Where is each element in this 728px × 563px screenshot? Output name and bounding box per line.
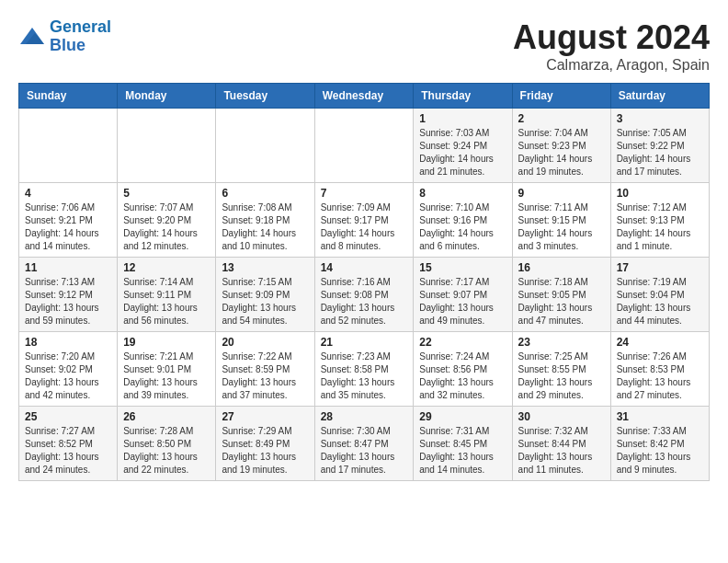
calendar-cell: 21Sunrise: 7:23 AM Sunset: 8:58 PM Dayli… (314, 332, 414, 407)
day-info: Sunrise: 7:10 AM Sunset: 9:16 PM Dayligh… (419, 201, 506, 253)
week-row-3: 11Sunrise: 7:13 AM Sunset: 9:12 PM Dayli… (19, 258, 710, 332)
month-year: August 2024 (513, 18, 710, 57)
calendar-cell: 29Sunrise: 7:31 AM Sunset: 8:45 PM Dayli… (414, 407, 512, 481)
calendar-cell: 24Sunrise: 7:26 AM Sunset: 8:53 PM Dayli… (610, 332, 709, 407)
column-header-saturday: Saturday (610, 84, 709, 109)
calendar-cell: 31Sunrise: 7:33 AM Sunset: 8:42 PM Dayli… (610, 407, 709, 481)
day-number: 17 (617, 261, 703, 274)
day-info: Sunrise: 7:30 AM Sunset: 8:47 PM Dayligh… (321, 425, 408, 477)
day-info: Sunrise: 7:25 AM Sunset: 8:55 PM Dayligh… (518, 350, 605, 402)
column-header-friday: Friday (512, 84, 610, 109)
day-number: 25 (25, 410, 111, 423)
day-info: Sunrise: 7:16 AM Sunset: 9:08 PM Dayligh… (321, 276, 408, 327)
day-info: Sunrise: 7:08 AM Sunset: 9:18 PM Dayligh… (222, 201, 308, 253)
calendar-cell (19, 109, 118, 183)
calendar-cell: 30Sunrise: 7:32 AM Sunset: 8:44 PM Dayli… (512, 407, 610, 481)
day-number: 6 (222, 187, 308, 200)
calendar-cell: 5Sunrise: 7:07 AM Sunset: 9:20 PM Daylig… (118, 183, 216, 258)
day-info: Sunrise: 7:19 AM Sunset: 9:04 PM Dayligh… (617, 276, 703, 327)
day-number: 3 (617, 112, 703, 125)
calendar-cell: 2Sunrise: 7:04 AM Sunset: 9:23 PM Daylig… (512, 109, 610, 183)
calendar-cell: 12Sunrise: 7:14 AM Sunset: 9:11 PM Dayli… (118, 258, 216, 332)
day-info: Sunrise: 7:32 AM Sunset: 8:44 PM Dayligh… (518, 425, 605, 477)
day-number: 1 (419, 112, 506, 125)
calendar-table: SundayMondayTuesdayWednesdayThursdayFrid… (18, 83, 710, 481)
calendar-cell: 10Sunrise: 7:12 AM Sunset: 9:13 PM Dayli… (610, 183, 709, 258)
day-info: Sunrise: 7:24 AM Sunset: 8:56 PM Dayligh… (419, 350, 506, 402)
week-row-4: 18Sunrise: 7:20 AM Sunset: 9:02 PM Dayli… (19, 332, 710, 407)
day-number: 22 (419, 336, 506, 349)
day-number: 30 (518, 410, 605, 423)
logo-line1: General (50, 17, 111, 36)
day-info: Sunrise: 7:06 AM Sunset: 9:21 PM Dayligh… (25, 201, 111, 253)
calendar-header-row: SundayMondayTuesdayWednesdayThursdayFrid… (19, 84, 710, 109)
calendar-cell: 26Sunrise: 7:28 AM Sunset: 8:50 PM Dayli… (118, 407, 216, 481)
calendar-cell: 20Sunrise: 7:22 AM Sunset: 8:59 PM Dayli… (216, 332, 314, 407)
calendar-cell: 3Sunrise: 7:05 AM Sunset: 9:22 PM Daylig… (610, 109, 709, 183)
day-number: 27 (222, 410, 308, 423)
day-number: 19 (123, 336, 210, 349)
day-number: 28 (321, 410, 408, 423)
calendar-cell: 7Sunrise: 7:09 AM Sunset: 9:17 PM Daylig… (314, 183, 414, 258)
calendar-cell (314, 109, 414, 183)
day-number: 15 (419, 261, 506, 274)
day-number: 8 (419, 187, 506, 200)
calendar-cell: 27Sunrise: 7:29 AM Sunset: 8:49 PM Dayli… (216, 407, 314, 481)
day-info: Sunrise: 7:11 AM Sunset: 9:15 PM Dayligh… (518, 201, 605, 253)
day-number: 4 (25, 187, 111, 200)
column-header-monday: Monday (118, 84, 216, 109)
day-number: 13 (222, 261, 308, 274)
title-block: August 2024 Calmarza, Aragon, Spain (513, 18, 710, 74)
day-info: Sunrise: 7:28 AM Sunset: 8:50 PM Dayligh… (123, 425, 210, 477)
day-info: Sunrise: 7:29 AM Sunset: 8:49 PM Dayligh… (222, 425, 308, 477)
day-info: Sunrise: 7:14 AM Sunset: 9:11 PM Dayligh… (123, 276, 210, 327)
day-info: Sunrise: 7:15 AM Sunset: 9:09 PM Dayligh… (222, 276, 308, 327)
column-header-thursday: Thursday (414, 84, 512, 109)
day-info: Sunrise: 7:05 AM Sunset: 9:22 PM Dayligh… (617, 127, 703, 178)
calendar-cell: 16Sunrise: 7:18 AM Sunset: 9:05 PM Dayli… (512, 258, 610, 332)
calendar-cell (216, 109, 314, 183)
logo: General Blue (18, 18, 111, 55)
column-header-tuesday: Tuesday (216, 84, 314, 109)
day-number: 7 (321, 187, 408, 200)
day-number: 23 (518, 336, 605, 349)
day-info: Sunrise: 7:33 AM Sunset: 8:42 PM Dayligh… (617, 425, 703, 477)
day-info: Sunrise: 7:03 AM Sunset: 9:24 PM Dayligh… (419, 127, 506, 178)
week-row-2: 4Sunrise: 7:06 AM Sunset: 9:21 PM Daylig… (19, 183, 710, 258)
calendar-cell: 6Sunrise: 7:08 AM Sunset: 9:18 PM Daylig… (216, 183, 314, 258)
day-number: 21 (321, 336, 408, 349)
calendar-cell: 8Sunrise: 7:10 AM Sunset: 9:16 PM Daylig… (414, 183, 512, 258)
calendar-cell: 19Sunrise: 7:21 AM Sunset: 9:01 PM Dayli… (118, 332, 216, 407)
day-info: Sunrise: 7:07 AM Sunset: 9:20 PM Dayligh… (123, 201, 210, 253)
calendar-cell: 4Sunrise: 7:06 AM Sunset: 9:21 PM Daylig… (19, 183, 118, 258)
calendar-cell: 1Sunrise: 7:03 AM Sunset: 9:24 PM Daylig… (414, 109, 512, 183)
week-row-1: 1Sunrise: 7:03 AM Sunset: 9:24 PM Daylig… (19, 109, 710, 183)
day-info: Sunrise: 7:09 AM Sunset: 9:17 PM Dayligh… (321, 201, 408, 253)
calendar-cell: 25Sunrise: 7:27 AM Sunset: 8:52 PM Dayli… (19, 407, 118, 481)
day-number: 18 (25, 336, 111, 349)
logo-line2: Blue (50, 37, 111, 55)
calendar-cell: 17Sunrise: 7:19 AM Sunset: 9:04 PM Dayli… (610, 258, 709, 332)
calendar-cell: 22Sunrise: 7:24 AM Sunset: 8:56 PM Dayli… (414, 332, 512, 407)
calendar-cell (118, 109, 216, 183)
day-number: 31 (617, 410, 703, 423)
day-number: 5 (123, 187, 210, 200)
day-number: 29 (419, 410, 506, 423)
logo-text: General Blue (50, 18, 111, 55)
column-header-wednesday: Wednesday (314, 84, 414, 109)
day-info: Sunrise: 7:17 AM Sunset: 9:07 PM Dayligh… (419, 276, 506, 327)
calendar-cell: 9Sunrise: 7:11 AM Sunset: 9:15 PM Daylig… (512, 183, 610, 258)
day-info: Sunrise: 7:21 AM Sunset: 9:01 PM Dayligh… (123, 350, 210, 402)
week-row-5: 25Sunrise: 7:27 AM Sunset: 8:52 PM Dayli… (19, 407, 710, 481)
calendar-cell: 23Sunrise: 7:25 AM Sunset: 8:55 PM Dayli… (512, 332, 610, 407)
day-info: Sunrise: 7:31 AM Sunset: 8:45 PM Dayligh… (419, 425, 506, 477)
day-number: 2 (518, 112, 605, 125)
day-info: Sunrise: 7:13 AM Sunset: 9:12 PM Dayligh… (25, 276, 111, 327)
day-number: 16 (518, 261, 605, 274)
calendar-cell: 28Sunrise: 7:30 AM Sunset: 8:47 PM Dayli… (314, 407, 414, 481)
calendar-cell: 15Sunrise: 7:17 AM Sunset: 9:07 PM Dayli… (414, 258, 512, 332)
day-info: Sunrise: 7:22 AM Sunset: 8:59 PM Dayligh… (222, 350, 308, 402)
day-number: 14 (321, 261, 408, 274)
day-number: 24 (617, 336, 703, 349)
day-info: Sunrise: 7:04 AM Sunset: 9:23 PM Dayligh… (518, 127, 605, 178)
